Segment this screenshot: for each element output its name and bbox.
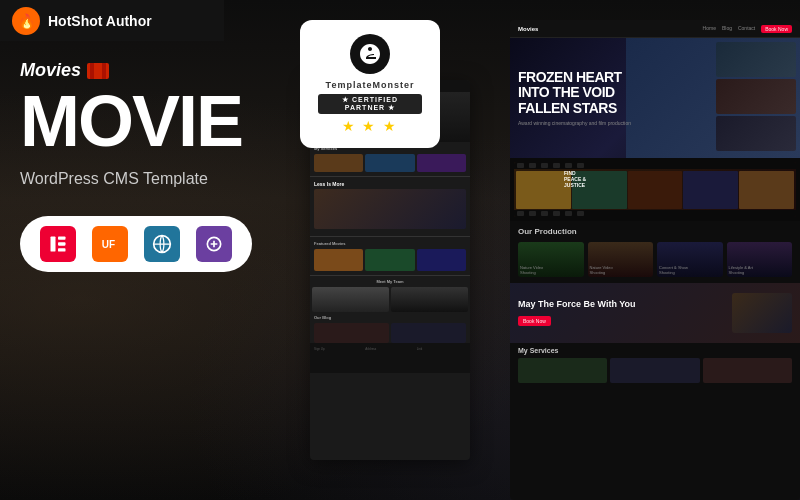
prod-label-4: Lifestyle & ArtShooting bbox=[729, 265, 753, 275]
quix-icon[interactable] bbox=[196, 226, 232, 262]
right-nav-brand: Movies bbox=[518, 26, 538, 32]
preview-featured: Less Is More bbox=[310, 177, 470, 237]
prod-card-4: Lifestyle & ArtShooting bbox=[727, 242, 793, 277]
right-preview: Movies Home Blog Contact Book Now FROZEN… bbox=[510, 20, 800, 500]
team-card-2 bbox=[391, 287, 468, 312]
tm-certified: ★ CERTIFIED PARTNER ★ bbox=[318, 94, 422, 114]
right-hero-sub: Award winning cinematography and film pr… bbox=[518, 120, 631, 126]
right-cta: May The Force Be With You Book Now bbox=[510, 283, 800, 343]
template-monster-badge: TemplateMonster ★ CERTIFIED PARTNER ★ ★ … bbox=[300, 20, 440, 148]
service-thumb-1 bbox=[314, 154, 363, 172]
cta-title: May The Force Be With You bbox=[518, 299, 724, 309]
services-title: My Services bbox=[518, 347, 792, 354]
movie-thumb-1 bbox=[314, 249, 363, 271]
header: 🔥 HotShot Author bbox=[0, 0, 224, 41]
wordpress-icon[interactable] bbox=[144, 226, 180, 262]
cta-image bbox=[732, 293, 792, 333]
production-grid: Nature VideoShooting Nature VideoShootin… bbox=[518, 242, 792, 277]
right-production: Our Production Nature VideoShooting Natu… bbox=[510, 221, 800, 283]
svg-rect-0 bbox=[51, 236, 56, 251]
main-title: MOVIE bbox=[20, 89, 300, 154]
service-thumb-2 bbox=[365, 154, 414, 172]
right-hero: FROZEN HEARTINTO THE VOIDFALLEN STARS Aw… bbox=[510, 38, 800, 158]
tm-stars: ★ ★ ★ bbox=[318, 118, 422, 134]
service-card-1 bbox=[518, 358, 607, 383]
production-title: Our Production bbox=[518, 227, 792, 236]
nav-link-home: Home bbox=[703, 25, 716, 33]
subtitle: WordPress CMS Template bbox=[20, 170, 300, 188]
preview-blog-grid bbox=[310, 323, 470, 343]
team-card-1 bbox=[312, 287, 389, 312]
uf-icon[interactable]: UF bbox=[92, 226, 128, 262]
preview-movies-title: Featured Movies bbox=[314, 241, 466, 246]
cta-button[interactable]: Book Now bbox=[518, 316, 551, 326]
prod-label-1: Nature VideoShooting bbox=[520, 265, 543, 275]
tm-brand: TemplateMonster bbox=[318, 80, 422, 90]
footer-col-1: Sign Up bbox=[314, 347, 363, 369]
preview-footer: Sign Up Address Link bbox=[310, 343, 470, 373]
movie-thumb-2 bbox=[365, 249, 414, 271]
svg-rect-3 bbox=[58, 248, 66, 251]
nav-link-contact: Contact bbox=[738, 25, 755, 33]
movie-thumb-3 bbox=[417, 249, 466, 271]
right-nav-links: Home Blog Contact Book Now bbox=[703, 25, 792, 33]
prod-label-3: Concert & ShowShooting bbox=[659, 265, 688, 275]
right-services: My Services bbox=[510, 343, 800, 387]
blog-card-2 bbox=[391, 323, 466, 343]
preview-services-grid bbox=[314, 154, 466, 172]
movies-label: Movies bbox=[20, 60, 300, 81]
prod-card-3: Concert & ShowShooting bbox=[657, 242, 723, 277]
elementor-icon[interactable] bbox=[40, 226, 76, 262]
logo-text: HotShot Author bbox=[48, 13, 152, 29]
svg-text:UF: UF bbox=[102, 239, 115, 250]
logo-icon: 🔥 bbox=[12, 7, 40, 35]
film-icon bbox=[87, 63, 109, 79]
nav-link-blog: Blog bbox=[722, 25, 732, 33]
service-card-3 bbox=[703, 358, 792, 383]
preview-blog-title: Our Blog bbox=[314, 315, 466, 320]
svg-rect-1 bbox=[58, 236, 66, 239]
footer-col-3: Link bbox=[417, 347, 466, 369]
prod-card-2: Nature VideoShooting bbox=[588, 242, 654, 277]
preview-movies: Featured Movies bbox=[310, 237, 470, 276]
left-content: Movies MOVIE WordPress CMS Template UF bbox=[20, 60, 300, 272]
preview-team-title: Meet My Team bbox=[310, 279, 470, 284]
tm-logo bbox=[350, 34, 390, 74]
service-thumb-3 bbox=[417, 154, 466, 172]
prod-label-2: Nature VideoShooting bbox=[590, 265, 613, 275]
preview-team-grid bbox=[310, 287, 470, 312]
preview-movies-grid bbox=[314, 249, 466, 271]
services-grid bbox=[518, 358, 792, 383]
right-hero-text: FROZEN HEARTINTO THE VOIDFALLEN STARS Aw… bbox=[510, 62, 639, 134]
footer-col-2: Address bbox=[365, 347, 414, 369]
right-nav: Movies Home Blog Contact Book Now bbox=[510, 20, 800, 38]
movies-text: Movies bbox=[20, 60, 81, 81]
nav-btn[interactable]: Book Now bbox=[761, 25, 792, 33]
plugins-bar: UF bbox=[20, 216, 252, 272]
prod-card-1: Nature VideoShooting bbox=[518, 242, 584, 277]
right-hero-title: FROZEN HEARTINTO THE VOIDFALLEN STARS bbox=[518, 70, 631, 116]
blog-card-1 bbox=[314, 323, 389, 343]
service-card-2 bbox=[610, 358, 699, 383]
svg-rect-2 bbox=[58, 242, 66, 245]
preview-large-img bbox=[314, 189, 466, 229]
